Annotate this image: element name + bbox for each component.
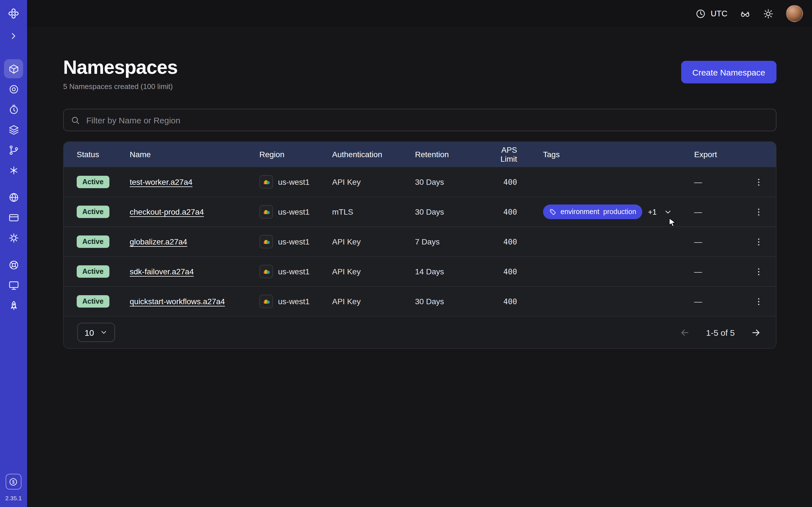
kebab-icon	[754, 177, 763, 187]
status-badge: Active	[77, 265, 109, 278]
lifebuoy-icon	[8, 260, 19, 270]
namespaces-table: Status Name Region Authentication Retent…	[63, 142, 776, 349]
kebab-icon	[754, 267, 763, 276]
usage-button[interactable]: $	[6, 474, 21, 490]
kebab-icon	[754, 297, 763, 306]
region-label: us-west1	[278, 297, 310, 306]
theme-toggle-button[interactable]	[763, 8, 774, 19]
sidebar-expand-chevron-icon[interactable]	[8, 29, 18, 43]
svg-text:$: $	[12, 480, 15, 484]
chevron-down-icon	[100, 328, 107, 336]
region-label: us-west1	[278, 237, 310, 246]
page-subtitle: 5 Namespaces created (100 limit)	[63, 82, 177, 91]
auth-cell: mTLS	[332, 207, 415, 216]
table-header-row: Status Name Region Authentication Retent…	[64, 142, 776, 167]
row-menu-button[interactable]	[751, 175, 767, 189]
timezone-button[interactable]: UTC	[695, 8, 727, 19]
kebab-icon	[754, 207, 763, 217]
sidebar: $ 2.35.1	[0, 0, 27, 507]
layers-icon	[8, 124, 19, 135]
sidebar-nav-help	[4, 255, 23, 316]
timezone-label: UTC	[711, 9, 727, 18]
filter-bar	[63, 109, 776, 131]
gcp-cloud-icon	[259, 295, 273, 308]
sidebar-item-timer[interactable]	[4, 100, 23, 119]
sidebar-item-regions[interactable]	[4, 187, 23, 207]
status-badge: Active	[77, 206, 109, 218]
retention-cell: 30 Days	[415, 297, 487, 306]
status-badge: Active	[77, 176, 109, 188]
target-icon	[8, 83, 19, 94]
user-avatar[interactable]	[786, 5, 803, 22]
namespace-link[interactable]: sdk-failover.a27a4	[130, 267, 194, 276]
sidebar-item-namespaces[interactable]	[4, 59, 23, 78]
sidebar-item-getting-started[interactable]	[4, 296, 23, 315]
sidebar-item-target[interactable]	[4, 79, 23, 99]
topbar: UTC	[27, 0, 812, 27]
sidebar-item-console[interactable]	[4, 276, 23, 295]
aps-cell: 400	[487, 267, 543, 276]
col-authentication: Authentication	[332, 150, 415, 159]
page-titles: Namespaces 5 Namespaces created (100 lim…	[63, 56, 177, 91]
col-status: Status	[77, 150, 130, 159]
retention-cell: 14 Days	[415, 267, 487, 276]
namespace-link[interactable]: checkout-prod.a27a4	[130, 207, 204, 216]
gear-icon	[8, 232, 19, 243]
export-cell: —	[694, 237, 745, 246]
col-region: Region	[259, 150, 332, 159]
tag-key: environment	[560, 208, 599, 216]
sidebar-bottom: $ 2.35.1	[5, 474, 22, 501]
row-menu-button[interactable]	[751, 205, 767, 219]
prev-page-button[interactable]	[678, 326, 691, 339]
auth-cell: API Key	[332, 177, 415, 186]
export-cell: —	[694, 297, 745, 306]
gcp-cloud-icon	[259, 265, 273, 278]
gcp-cloud-icon	[259, 205, 273, 219]
retention-cell: 7 Days	[415, 237, 487, 246]
filter-input[interactable]	[85, 115, 769, 125]
table-row: Active globalizer.a27a4 us-west1 API Key…	[64, 226, 776, 256]
page-content: Namespaces 5 Namespaces created (100 lim…	[27, 27, 812, 349]
app-window: $ 2.35.1 UTC Namespaces 5 Namespace	[0, 0, 812, 507]
sun-icon	[763, 8, 774, 19]
row-menu-button[interactable]	[751, 235, 767, 249]
create-namespace-button[interactable]: Create Namespace	[681, 61, 776, 83]
tags-cell: environment production +1	[543, 205, 694, 219]
credit-card-icon	[8, 212, 19, 223]
gcp-cloud-icon	[259, 235, 273, 248]
aps-cell: 400	[487, 207, 543, 216]
monitor-icon	[8, 280, 19, 290]
sidebar-nav-primary	[4, 59, 23, 180]
row-menu-button[interactable]	[751, 265, 767, 279]
table-row: Active checkout-prod.a27a4 us-west1 mTLS…	[64, 196, 776, 226]
sidebar-item-settings[interactable]	[4, 228, 23, 247]
region-label: us-west1	[278, 177, 310, 186]
aps-cell: 400	[487, 177, 543, 186]
namespace-link[interactable]: test-worker.a27a4	[130, 177, 193, 186]
table-row: Active quickstart-workflows.a27a4 us-wes…	[64, 286, 776, 316]
tags-expand-button[interactable]	[662, 207, 673, 217]
sidebar-item-layers[interactable]	[4, 120, 23, 139]
aps-cell: 400	[487, 297, 543, 306]
row-menu-button[interactable]	[751, 294, 767, 308]
col-export: Export	[694, 150, 745, 159]
namespace-link[interactable]: globalizer.a27a4	[130, 237, 187, 246]
chevron-down-icon	[663, 208, 672, 216]
sidebar-item-workflows[interactable]	[4, 140, 23, 159]
auth-cell: API Key	[332, 297, 415, 306]
tag-chip[interactable]: environment production	[543, 205, 642, 219]
page-size-select[interactable]: 10	[77, 323, 115, 342]
sidebar-item-billing[interactable]	[4, 208, 23, 227]
col-aps-limit: APS Limit	[487, 145, 543, 163]
branch-icon	[8, 145, 19, 155]
globe-icon	[8, 192, 19, 203]
sidebar-item-support[interactable]	[4, 255, 23, 274]
tag-more-count: +1	[648, 208, 657, 216]
next-page-button[interactable]	[749, 326, 762, 339]
namespace-link[interactable]: quickstart-workflows.a27a4	[130, 297, 225, 306]
tag-icon	[549, 208, 557, 216]
export-cell: —	[694, 177, 745, 186]
accessibility-button[interactable]	[740, 8, 751, 19]
page-header: Namespaces 5 Namespaces created (100 lim…	[63, 56, 776, 91]
sidebar-item-nexus[interactable]	[4, 161, 23, 180]
